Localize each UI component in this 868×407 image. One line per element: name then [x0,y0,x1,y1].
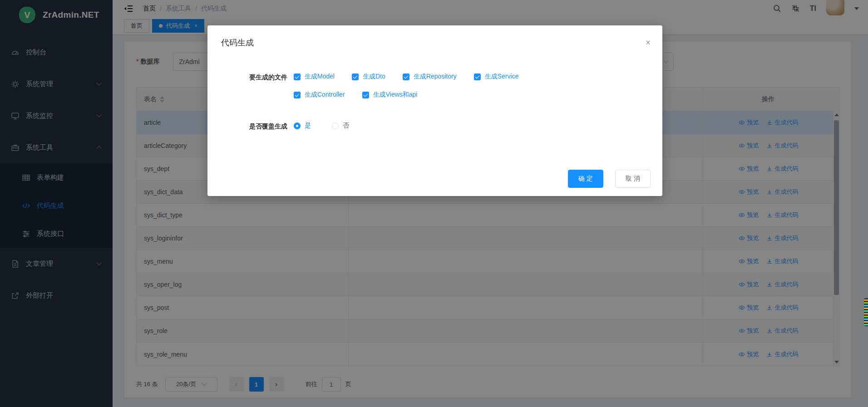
cancel-button[interactable]: 取 消 [615,170,651,188]
radio-yes[interactable]: 是 [294,122,311,130]
checkbox-checked-icon [474,74,481,80]
checkbox-model[interactable]: 生成Model [294,73,335,81]
overwrite-label: 是否覆盖生成 [207,122,294,131]
checkbox-service[interactable]: 生成Service [474,73,519,81]
checkbox-views-api[interactable]: 生成Views和api [362,91,418,99]
checkbox-dto[interactable]: 生成Dto [352,73,385,81]
radio-no[interactable]: 否 [332,122,349,130]
checkbox-checked-icon [294,74,301,80]
checkbox-checked-icon [352,74,359,80]
checkbox-checked-icon [403,74,409,80]
close-icon[interactable]: × [646,38,651,47]
radio-unselected-icon [332,123,339,129]
files-label: 要生成的文件 [207,73,294,82]
checkbox-controller[interactable]: 生成Controller [294,91,345,99]
code-generation-dialog: 代码生成 × 要生成的文件 生成Model 生成Dto 生成Repository… [207,25,662,196]
checkbox-checked-icon [294,92,301,98]
edge-floating-widget[interactable] [864,298,868,326]
confirm-button[interactable]: 确 定 [568,170,603,188]
radio-selected-icon [294,123,301,129]
checkbox-checked-icon [362,92,369,98]
checkbox-repository[interactable]: 生成Repository [403,73,457,81]
files-to-generate-row: 要生成的文件 生成Model 生成Dto 生成Repository 生成Serv… [207,73,662,109]
dialog-title: 代码生成 [221,38,254,47]
overwrite-row: 是否覆盖生成 是 否 [207,122,662,131]
